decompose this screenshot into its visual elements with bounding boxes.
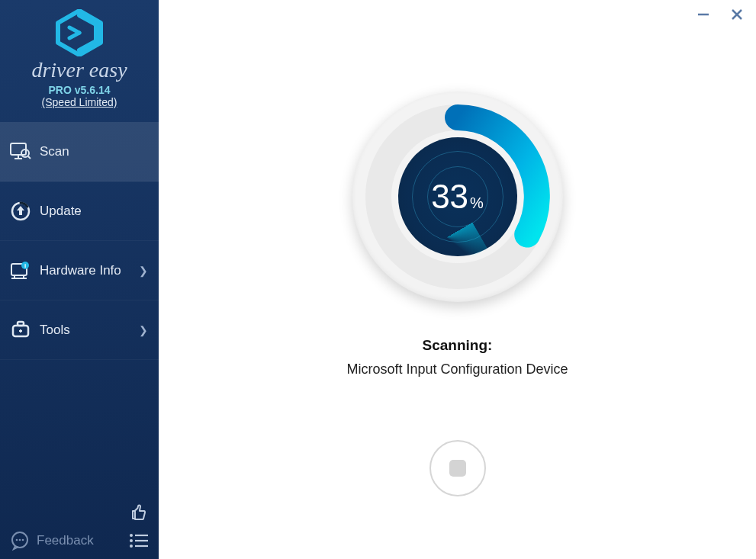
- nav: Scan Update i Hardware Info ❯ Tools ❯: [0, 122, 159, 360]
- svg-marker-9: [17, 206, 24, 215]
- svg-line-2: [69, 33, 79, 38]
- chevron-right-icon: ❯: [139, 265, 148, 277]
- svg-text:i: i: [24, 262, 26, 269]
- logo-area: driver easy PRO v5.6.14 (Speed Limited): [0, 0, 159, 114]
- sidebar-footer: Feedback: [0, 493, 159, 559]
- speed-limited-link[interactable]: (Speed Limited): [0, 96, 159, 108]
- status-title: Scanning:: [346, 337, 568, 354]
- percent-symbol: %: [470, 194, 484, 212]
- scan-icon: [9, 140, 32, 163]
- svg-point-24: [130, 534, 133, 537]
- chevron-right-icon: ❯: [139, 324, 148, 336]
- svg-point-23: [22, 539, 24, 541]
- tools-icon: [9, 319, 32, 342]
- thumbs-up-icon[interactable]: [128, 501, 150, 522]
- menu-list-icon[interactable]: [128, 530, 150, 551]
- nav-label-scan: Scan: [40, 144, 148, 159]
- feedback-label: Feedback: [37, 533, 94, 548]
- nav-label-hardware-info: Hardware Info: [40, 263, 139, 278]
- chat-icon: [9, 530, 31, 551]
- svg-rect-17: [18, 322, 24, 326]
- scan-area: 33 % Scanning: Microsoft Input Configura…: [159, 0, 756, 496]
- nav-item-hardware-info[interactable]: i Hardware Info ❯: [0, 241, 159, 300]
- brand-name: driver easy: [0, 58, 159, 82]
- nav-item-tools[interactable]: Tools ❯: [0, 300, 159, 360]
- app-logo-icon: [53, 9, 106, 56]
- nav-label-update: Update: [40, 204, 148, 219]
- svg-point-22: [19, 539, 21, 541]
- nav-label-tools: Tools: [40, 323, 139, 338]
- close-button[interactable]: [729, 6, 745, 23]
- stop-icon: [449, 460, 466, 477]
- version-label: PRO v5.6.14: [0, 84, 159, 96]
- nav-item-scan[interactable]: Scan: [0, 122, 159, 182]
- svg-line-7: [28, 156, 31, 159]
- percent-number: 33: [431, 178, 468, 216]
- nav-item-update[interactable]: Update: [0, 182, 159, 241]
- feedback-button[interactable]: Feedback: [9, 530, 94, 551]
- scan-status: Scanning: Microsoft Input Configuration …: [346, 337, 568, 377]
- stop-button[interactable]: [429, 440, 486, 496]
- hardware-info-icon: i: [9, 259, 32, 282]
- svg-point-21: [16, 539, 18, 541]
- update-icon: [9, 200, 32, 223]
- main-pane: 33 % Scanning: Microsoft Input Configura…: [159, 0, 756, 559]
- minimize-button[interactable]: [695, 6, 712, 23]
- sidebar: driver easy PRO v5.6.14 (Speed Limited) …: [0, 0, 159, 559]
- progress-percent: 33 %: [431, 178, 484, 216]
- progress-gauge: 33 %: [352, 92, 563, 302]
- svg-point-26: [130, 539, 133, 542]
- svg-point-28: [130, 545, 133, 548]
- status-detail: Microsoft Input Configuration Device: [346, 361, 568, 377]
- window-controls: [695, 6, 745, 23]
